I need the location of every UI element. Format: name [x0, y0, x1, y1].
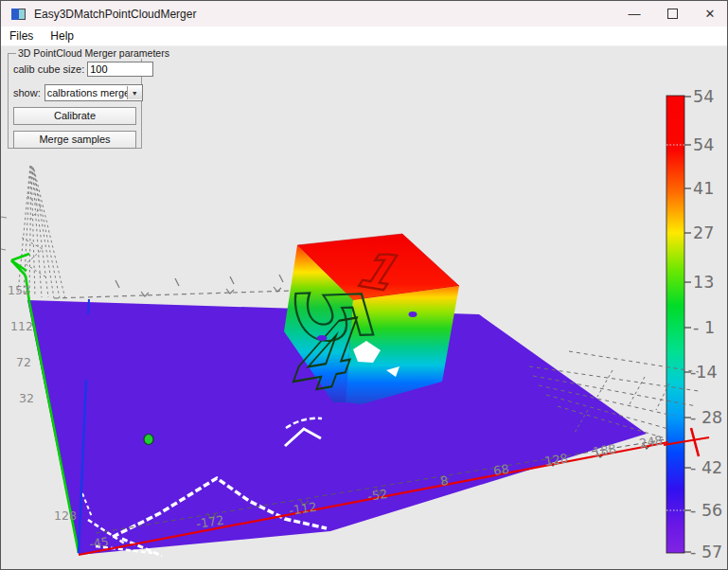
svg-text:248: 248	[638, 433, 664, 451]
svg-text:68: 68	[492, 462, 510, 478]
svg-text:- 42: - 42	[690, 458, 722, 477]
colorbar: 54 54 41 27 13 - 1 -14 - 28 - 42 - 56 - …	[666, 87, 722, 561]
svg-text:112: 112	[10, 319, 33, 333]
show-dropdown-value: calbrations merged	[45, 87, 127, 98]
calib-cube-size-input[interactable]	[87, 62, 153, 77]
show-dropdown[interactable]: calbrations merged ▼	[44, 84, 143, 101]
plane-green-marker	[144, 435, 153, 445]
svg-text:13: 13	[693, 273, 714, 292]
menu-bar: Files Help	[1, 27, 728, 46]
show-label: show:	[13, 87, 41, 98]
svg-text:- 57: - 57	[690, 543, 722, 561]
svg-text:-14: -14	[690, 363, 718, 382]
svg-text:- 56: - 56	[690, 501, 722, 520]
y-axis-partial-label: 128	[54, 508, 77, 523]
svg-text:54: 54	[693, 135, 714, 154]
chevron-down-icon[interactable]: ▼	[127, 86, 142, 99]
maximize-icon	[667, 9, 678, 19]
groupbox-title: 3D PointCloud Merger parameters	[16, 47, 171, 59]
minimize-button[interactable]: —	[615, 1, 653, 27]
calibrate-button[interactable]: Calibrate	[13, 107, 136, 125]
svg-text:72: 72	[16, 355, 31, 369]
title-bar: Easy3DMatchPointCloudMerger — ✕	[1, 1, 728, 27]
svg-text:41: 41	[693, 179, 714, 198]
close-button[interactable]: ✕	[691, 1, 728, 27]
window-title: Easy3DMatchPointCloudMerger	[34, 8, 196, 21]
menu-help[interactable]: Help	[42, 27, 82, 45]
y-axis-edge-ticks	[1, 217, 7, 250]
svg-text:- 28: - 28	[690, 408, 722, 427]
svg-text:54: 54	[693, 87, 714, 106]
colorbar-gradient	[666, 96, 684, 553]
svg-text:188: 188	[592, 441, 617, 459]
svg-text:152: 152	[8, 283, 30, 297]
svg-text:128: 128	[543, 451, 569, 469]
origin-label: -45	[88, 534, 109, 551]
colorbar-labels: 54 54 41 27 13 - 1 -14 - 28 - 42 - 56 - …	[690, 87, 722, 561]
svg-text:32: 32	[19, 391, 34, 405]
merge-samples-button[interactable]: Merge samples	[13, 131, 136, 149]
maximize-button[interactable]	[653, 1, 691, 27]
parameters-groupbox: 3D PointCloud Merger parameters calib cu…	[8, 53, 142, 149]
svg-text:- 1: - 1	[693, 318, 715, 337]
menu-files[interactable]: Files	[1, 27, 42, 45]
x-axis-arrow-cross	[691, 428, 699, 456]
application-window: Easy3DMatchPointCloudMerger — ✕ Files He…	[0, 0, 728, 570]
cube-purple-spot-right	[409, 312, 417, 317]
back-edge-gridline	[54, 275, 293, 298]
app-icon	[11, 9, 26, 20]
calib-cube-size-label: calib cube size:	[13, 63, 84, 75]
svg-text:27: 27	[693, 223, 714, 242]
colorbar-ticks	[684, 97, 691, 552]
cube-purple-spot-left	[317, 335, 328, 341]
